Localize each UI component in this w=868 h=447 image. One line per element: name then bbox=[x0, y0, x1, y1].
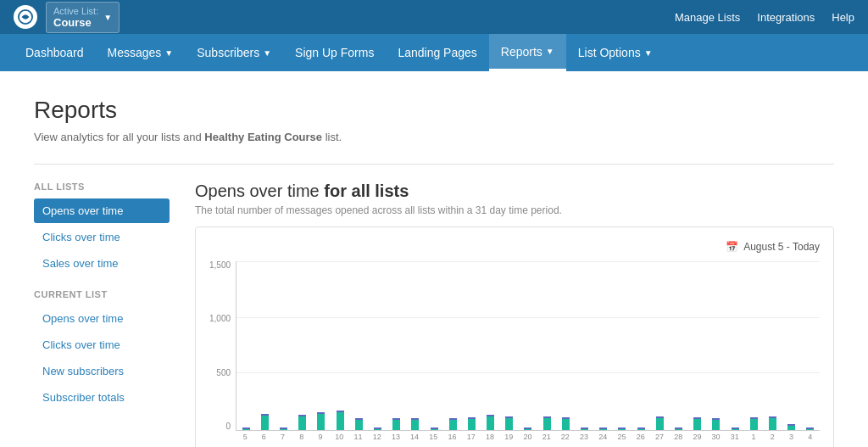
bar-group bbox=[349, 261, 368, 430]
sidebar-item-new-subscribers[interactable]: New subscribers bbox=[34, 359, 170, 383]
bar-group bbox=[707, 261, 726, 430]
messages-dropdown-icon: ▼ bbox=[164, 48, 173, 58]
chart-title: Opens over time for all lists bbox=[195, 182, 834, 201]
nav-list-options[interactable]: List Options ▼ bbox=[566, 34, 665, 71]
bar-group bbox=[481, 261, 499, 430]
x-label: 10 bbox=[330, 433, 348, 441]
y-axis: 1,500 1,000 500 0 bbox=[209, 261, 236, 431]
x-label: 24 bbox=[593, 433, 612, 441]
active-list-name: Course bbox=[53, 16, 98, 29]
help-link[interactable]: Help bbox=[832, 11, 854, 24]
nav-subscribers[interactable]: Subscribers ▼ bbox=[185, 34, 283, 71]
bar-group bbox=[782, 261, 800, 430]
page-subtitle: View analytics for all your lists and He… bbox=[34, 131, 834, 143]
x-label: 20 bbox=[518, 433, 537, 441]
bar-group bbox=[462, 261, 481, 430]
y-label-500: 500 bbox=[216, 369, 231, 377]
nav-dashboard[interactable]: Dashboard bbox=[14, 34, 96, 71]
bar-broadcasts bbox=[487, 416, 494, 430]
subscribers-dropdown-icon: ▼ bbox=[263, 48, 271, 58]
bar-broadcasts bbox=[562, 419, 570, 430]
sidebar-item-current-clicks[interactable]: Clicks over time bbox=[34, 332, 170, 357]
bar-chart bbox=[236, 261, 820, 431]
sidebar-item-subscriber-totals[interactable]: Subscriber totals bbox=[34, 385, 170, 410]
x-label: 7 bbox=[273, 433, 292, 441]
bar-group bbox=[763, 261, 782, 430]
bar-group bbox=[387, 261, 406, 430]
bar-broadcasts bbox=[581, 429, 588, 430]
bar-group bbox=[443, 261, 462, 430]
bar-broadcasts bbox=[543, 418, 551, 430]
bars-wrapper: 5678910111213141516171819202122232425262… bbox=[236, 261, 820, 441]
x-label: 16 bbox=[442, 433, 461, 441]
dropdown-arrow-icon: ▼ bbox=[103, 13, 112, 22]
manage-lists-link[interactable]: Manage Lists bbox=[675, 11, 740, 24]
x-label: 4 bbox=[801, 433, 820, 441]
bar-broadcasts bbox=[468, 419, 476, 430]
bar-group bbox=[312, 261, 331, 430]
active-list-dropdown[interactable]: Active List: Course ▼ bbox=[46, 2, 120, 33]
x-label: 6 bbox=[254, 433, 273, 441]
gridline-top bbox=[236, 261, 820, 262]
bar-broadcasts bbox=[431, 429, 438, 430]
x-label: 23 bbox=[575, 433, 593, 441]
active-list-label: Active List: bbox=[53, 6, 98, 16]
bar-broadcasts bbox=[693, 419, 701, 430]
sidebar-item-all-sales[interactable]: Sales over time bbox=[34, 251, 170, 276]
x-label: 19 bbox=[499, 433, 518, 441]
bar-group bbox=[688, 261, 707, 430]
top-bar-left: Active List: Course ▼ bbox=[14, 2, 120, 33]
reports-dropdown-icon: ▼ bbox=[546, 47, 554, 56]
x-label: 14 bbox=[405, 433, 424, 441]
bar-broadcasts bbox=[337, 412, 344, 430]
bar-broadcasts bbox=[656, 418, 664, 430]
bar-group bbox=[726, 261, 744, 430]
x-label: 17 bbox=[462, 433, 481, 441]
bar-broadcasts bbox=[392, 420, 400, 430]
bar-group bbox=[406, 261, 425, 430]
chart-with-yaxis: 1,500 1,000 500 0 56789101112131 bbox=[209, 261, 820, 441]
chart-date-range: August 5 - Today bbox=[743, 241, 820, 253]
bar-broadcasts bbox=[806, 429, 814, 430]
x-label: 1 bbox=[744, 433, 763, 441]
bar-broadcasts bbox=[374, 429, 381, 430]
bar-broadcasts bbox=[449, 420, 457, 430]
x-axis: 5678910111213141516171819202122232425262… bbox=[236, 433, 820, 441]
all-lists-label: ALL LISTS bbox=[34, 182, 170, 192]
x-label: 2 bbox=[763, 433, 782, 441]
bar-group bbox=[801, 261, 820, 430]
x-label: 18 bbox=[481, 433, 499, 441]
bar-broadcasts bbox=[298, 416, 306, 430]
gridline-mid2 bbox=[236, 372, 820, 373]
bar-group bbox=[368, 261, 387, 430]
current-list-label: CURRENT LIST bbox=[34, 289, 170, 299]
x-label: 28 bbox=[669, 433, 687, 441]
x-label: 13 bbox=[387, 433, 405, 441]
x-label: 26 bbox=[632, 433, 650, 441]
bar-broadcasts bbox=[769, 418, 776, 430]
chart-date-row: 📅 August 5 - Today bbox=[209, 241, 820, 253]
sidebar-item-all-clicks[interactable]: Clicks over time bbox=[34, 225, 170, 249]
top-bar: Active List: Course ▼ Manage Lists Integ… bbox=[0, 0, 868, 34]
sidebar-item-all-opens[interactable]: Opens over time bbox=[34, 198, 170, 223]
x-label: 3 bbox=[782, 433, 800, 441]
nav-messages[interactable]: Messages ▼ bbox=[96, 34, 186, 71]
nav-reports[interactable]: Reports ▼ bbox=[489, 34, 566, 71]
bar-broadcasts bbox=[787, 426, 795, 430]
x-label: 9 bbox=[311, 433, 330, 441]
bar-broadcasts bbox=[712, 420, 720, 430]
x-label: 5 bbox=[236, 433, 254, 441]
bar-broadcasts bbox=[637, 429, 645, 430]
bar-broadcasts bbox=[355, 420, 363, 430]
sidebar-item-current-opens[interactable]: Opens over time bbox=[34, 306, 170, 331]
nav-signup-forms[interactable]: Sign Up Forms bbox=[283, 34, 386, 71]
nav-landing-pages[interactable]: Landing Pages bbox=[386, 34, 488, 71]
logo-icon bbox=[14, 5, 37, 29]
bar-broadcasts bbox=[280, 429, 287, 430]
calendar-icon: 📅 bbox=[726, 241, 738, 253]
divider bbox=[34, 164, 834, 165]
integrations-link[interactable]: Integrations bbox=[757, 11, 815, 24]
bar-broadcasts bbox=[675, 429, 682, 430]
top-bar-right: Manage Lists Integrations Help bbox=[675, 11, 854, 24]
x-label: 11 bbox=[348, 433, 367, 441]
